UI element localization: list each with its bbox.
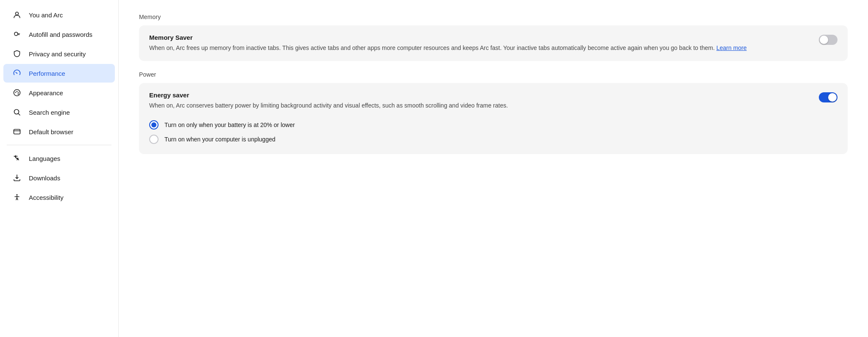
translate-icon	[12, 153, 22, 163]
energy-saver-content: Energy saver When on, Arc conserves batt…	[149, 91, 812, 110]
power-section-title: Power	[139, 71, 848, 78]
shield-icon	[12, 49, 22, 59]
sidebar-item-autofill[interactable]: Autofill and passwords	[3, 25, 115, 44]
svg-point-3	[14, 90, 20, 96]
memory-saver-toggle[interactable]	[819, 35, 837, 45]
radio-button-unplugged[interactable]	[149, 135, 159, 144]
memory-section-title: Memory	[139, 14, 848, 20]
energy-saver-title: Energy saver	[149, 91, 812, 99]
accessibility-icon	[12, 192, 22, 202]
sidebar-label-downloads: Downloads	[29, 174, 60, 182]
sidebar-label-privacy: Privacy and security	[29, 50, 86, 58]
sidebar-label-you-and-arc: You and Arc	[29, 11, 63, 19]
sidebar-item-default-browser[interactable]: Default browser	[3, 122, 115, 141]
person-icon	[12, 10, 22, 20]
energy-saver-toggle-container	[819, 92, 837, 102]
main-content: Memory Memory Saver When on, Arc frees u…	[119, 0, 868, 337]
sidebar-item-performance[interactable]: Performance	[3, 64, 115, 83]
sidebar-label-appearance: Appearance	[29, 89, 63, 97]
svg-rect-9	[14, 130, 20, 134]
sidebar-item-privacy[interactable]: Privacy and security	[3, 44, 115, 63]
svg-point-6	[18, 92, 19, 93]
memory-saver-toggle-container	[819, 35, 837, 45]
memory-saver-card: Memory Saver When on, Arc frees up memor…	[139, 25, 848, 61]
gauge-icon	[12, 68, 22, 78]
energy-saver-toggle[interactable]	[819, 92, 837, 102]
energy-saver-radio-options: Turn on only when your battery is at 20%…	[149, 117, 837, 146]
energy-saver-header: Energy saver When on, Arc conserves batt…	[149, 91, 837, 110]
memory-saver-description: When on, Arc frees up memory from inacti…	[149, 44, 812, 52]
svg-point-8	[14, 110, 19, 114]
sidebar-item-search-engine[interactable]: Search engine	[3, 103, 115, 122]
sidebar-label-accessibility: Accessibility	[29, 194, 64, 201]
download-icon	[12, 173, 22, 183]
sidebar-item-languages[interactable]: Languages	[3, 149, 115, 168]
svg-point-2	[17, 73, 17, 74]
sidebar-label-default-browser: Default browser	[29, 128, 73, 135]
search-icon	[12, 107, 22, 117]
memory-saver-title: Memory Saver	[149, 34, 812, 41]
radio-option-unplugged[interactable]: Turn on when your computer is unplugged	[149, 135, 837, 144]
sidebar: You and Arc Autofill and passwords Priva…	[0, 0, 119, 337]
sidebar-divider	[7, 145, 111, 145]
sidebar-item-downloads[interactable]: Downloads	[3, 168, 115, 187]
sidebar-item-you-and-arc[interactable]: You and Arc	[3, 6, 115, 24]
svg-point-4	[15, 92, 16, 93]
radio-option-battery[interactable]: Turn on only when your battery is at 20%…	[149, 120, 837, 130]
sidebar-item-appearance[interactable]: Appearance	[3, 83, 115, 102]
svg-point-10	[17, 194, 18, 196]
sidebar-label-autofill: Autofill and passwords	[29, 31, 92, 38]
sidebar-label-performance: Performance	[29, 70, 65, 77]
memory-saver-learn-more-link[interactable]: Learn more	[716, 44, 747, 51]
radio-label-battery: Turn on only when your battery is at 20%…	[164, 122, 295, 128]
memory-saver-content: Memory Saver When on, Arc frees up memor…	[149, 34, 812, 52]
sidebar-item-accessibility[interactable]: Accessibility	[3, 188, 115, 207]
key-icon	[12, 29, 22, 39]
palette-icon	[12, 88, 22, 98]
energy-saver-description: When on, Arc conserves battery power by …	[149, 101, 812, 110]
radio-label-unplugged: Turn on when your computer is unplugged	[164, 136, 275, 143]
svg-point-0	[16, 12, 19, 15]
svg-point-5	[17, 91, 17, 92]
energy-saver-card: Energy saver When on, Arc conserves batt…	[139, 83, 848, 154]
radio-button-battery[interactable]	[149, 120, 159, 130]
browser-icon	[12, 127, 22, 137]
svg-point-7	[18, 94, 19, 95]
sidebar-label-languages: Languages	[29, 155, 60, 162]
sidebar-label-search: Search engine	[29, 109, 70, 116]
